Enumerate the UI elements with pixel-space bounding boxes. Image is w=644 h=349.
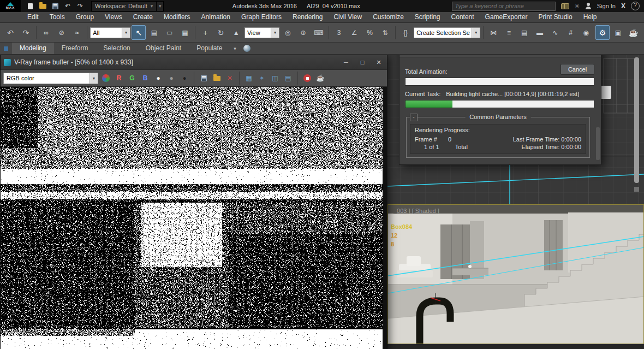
selection-filter-dropdown[interactable]: All ▾ xyxy=(90,27,130,38)
select-object-button[interactable]: ↖ xyxy=(132,25,146,40)
maximize-button[interactable]: □ xyxy=(354,55,371,69)
menu-create[interactable]: Create xyxy=(128,12,158,22)
channel-select-dropdown[interactable]: RGB color ▾ xyxy=(3,73,98,84)
ribbon-toggle-button[interactable]: ▬ xyxy=(533,25,547,40)
mirror-button[interactable]: ⋈ xyxy=(486,25,500,40)
history-button[interactable]: ▤ xyxy=(283,73,294,84)
layer-explorer-button[interactable]: ▤ xyxy=(517,25,532,40)
select-and-move-button[interactable]: + xyxy=(198,25,212,40)
select-and-manipulate-button[interactable]: ⊕ xyxy=(296,25,310,40)
bind-to-space-warp-button[interactable]: ≈ xyxy=(70,25,84,40)
menu-modifiers[interactable]: Modifiers xyxy=(158,12,196,22)
sign-in-button[interactable]: Sign In xyxy=(597,3,616,9)
red-channel-button[interactable]: R xyxy=(114,73,124,84)
region-render-button[interactable]: ▦ xyxy=(243,73,254,84)
save-file-button[interactable] xyxy=(51,2,59,10)
tab-freeform[interactable]: Freeform xyxy=(54,43,96,54)
curve-editor-button[interactable]: ∿ xyxy=(548,25,562,40)
unlink-selection-button[interactable]: ⊘ xyxy=(55,25,69,40)
redo-scene-button[interactable]: ↷ xyxy=(76,2,85,10)
use-pivot-center-button[interactable]: ◎ xyxy=(281,25,295,40)
snaps-toggle-button[interactable]: 3 xyxy=(332,25,346,40)
save-image-button[interactable] xyxy=(198,73,209,84)
communication-center-icon[interactable]: ✳ xyxy=(575,3,580,10)
menu-tools[interactable]: Tools xyxy=(44,12,70,22)
open-file-button[interactable] xyxy=(38,2,47,10)
shaded-viewport[interactable]: _003 ] [ Shaded ] Box084 12 8 xyxy=(387,204,644,344)
menu-gameexporter[interactable]: GameExporter xyxy=(480,12,533,22)
select-by-name-button[interactable]: ▤ xyxy=(147,25,161,40)
rectangular-selection-button[interactable]: ▭ xyxy=(163,25,177,40)
tab-populate[interactable]: Populate xyxy=(189,43,230,54)
viewport-pov-label[interactable]: _003 ] [ Shaded ] xyxy=(393,208,439,214)
menu-rendering[interactable]: Rendering xyxy=(287,12,328,22)
menu-scripting[interactable]: Scripting xyxy=(409,12,446,22)
exchange-store-icon[interactable]: X xyxy=(621,2,625,10)
panel-scrollbar[interactable] xyxy=(634,57,639,183)
blue-channel-button[interactable]: B xyxy=(140,73,151,84)
workspace-more-button[interactable]: ▾ xyxy=(157,1,164,11)
reference-coordinate-dropdown[interactable]: View ▾ xyxy=(245,27,279,38)
render-production-button[interactable]: ☕ xyxy=(627,25,641,40)
select-and-link-button[interactable]: ∞ xyxy=(39,25,53,40)
align-button[interactable]: ≡ xyxy=(502,25,516,40)
undo-scene-button[interactable]: ↶ xyxy=(63,2,72,10)
angle-snap-button[interactable]: ∠ xyxy=(347,25,361,40)
alpha-channel-button[interactable]: ● xyxy=(179,73,190,84)
search-icon[interactable] xyxy=(561,3,569,9)
green-channel-button[interactable]: G xyxy=(127,73,138,84)
tab-object-paint[interactable]: Object Paint xyxy=(138,43,189,54)
select-and-scale-button[interactable]: ▲ xyxy=(229,25,243,40)
app-logo[interactable]: MAX xyxy=(0,0,21,12)
undo-button[interactable]: ↶ xyxy=(3,25,17,40)
redo-button[interactable]: ↷ xyxy=(19,25,33,40)
mono-channel-button[interactable]: ● xyxy=(166,73,177,84)
menu-help[interactable]: Help xyxy=(578,12,603,22)
percent-snap-button[interactable]: % xyxy=(362,25,377,40)
menu-edit[interactable]: Edit xyxy=(22,12,44,22)
schematic-view-button[interactable]: # xyxy=(563,25,577,40)
material-editor-button[interactable]: ◉ xyxy=(579,25,593,40)
render-last-button[interactable]: ☕ xyxy=(315,73,326,84)
ribbon-pin-icon[interactable] xyxy=(4,46,8,51)
white-channel-button[interactable]: ● xyxy=(153,73,164,84)
clear-image-button[interactable]: ✕ xyxy=(224,73,235,84)
color-swatch-button[interactable] xyxy=(100,73,111,84)
new-scene-button[interactable] xyxy=(26,2,34,10)
ribbon-sphere-icon[interactable] xyxy=(243,45,251,52)
spinner-snap-button[interactable]: ⇅ xyxy=(378,25,392,40)
minimize-button[interactable]: ─ xyxy=(338,55,354,69)
named-selection-sets-dropdown[interactable]: Create Selection Se ▾ xyxy=(414,27,480,38)
edit-named-selection-sets-button[interactable]: {} xyxy=(398,25,413,40)
search-input[interactable] xyxy=(452,2,556,11)
menu-animation[interactable]: Animation xyxy=(196,12,236,22)
menu-civil-view[interactable]: Civil View xyxy=(328,12,367,22)
render-setup-button[interactable]: ⚙ xyxy=(595,25,610,40)
window-crossing-button[interactable]: ▦ xyxy=(178,25,192,40)
rendered-frame-window-button[interactable]: ▣ xyxy=(611,25,625,40)
track-mouse-button[interactable]: ⌖ xyxy=(257,73,267,84)
load-image-button[interactable] xyxy=(211,73,222,84)
select-and-rotate-button[interactable]: ↻ xyxy=(213,25,228,40)
menu-group[interactable]: Group xyxy=(70,12,99,22)
workspace-dropdown[interactable]: Workspace: Default ▾ xyxy=(91,1,157,11)
vray-render-image[interactable] xyxy=(1,87,387,349)
menu-graph-editors[interactable]: Graph Editors xyxy=(236,12,287,22)
tab-selection[interactable]: Selection xyxy=(96,43,138,54)
user-icon[interactable] xyxy=(585,3,592,9)
menu-views[interactable]: Views xyxy=(99,12,128,22)
menu-content[interactable]: Content xyxy=(446,12,480,22)
close-button[interactable]: ✕ xyxy=(371,55,387,69)
cancel-button[interactable]: Cancel xyxy=(560,64,594,75)
stop-render-button[interactable] xyxy=(302,73,313,84)
menu-print-studio[interactable]: Print Studio xyxy=(533,12,578,22)
compare-images-button[interactable]: ◫ xyxy=(270,73,281,84)
vray-window-titlebar[interactable]: V-Ray frame buffer - [50% of 1400 x 933]… xyxy=(1,55,387,69)
tab-modeling[interactable]: Modeling xyxy=(12,43,54,54)
ribbon-overflow-chevron-icon[interactable]: ▾ xyxy=(230,46,240,51)
rollout-collapse-button[interactable]: - xyxy=(410,114,418,121)
menu-customize[interactable]: Customize xyxy=(367,12,409,22)
rollout-title[interactable]: Common Parameters xyxy=(465,114,531,120)
keyboard-override-button[interactable]: ⌨ xyxy=(312,25,326,40)
dialog-scrollbar[interactable] xyxy=(596,127,600,160)
